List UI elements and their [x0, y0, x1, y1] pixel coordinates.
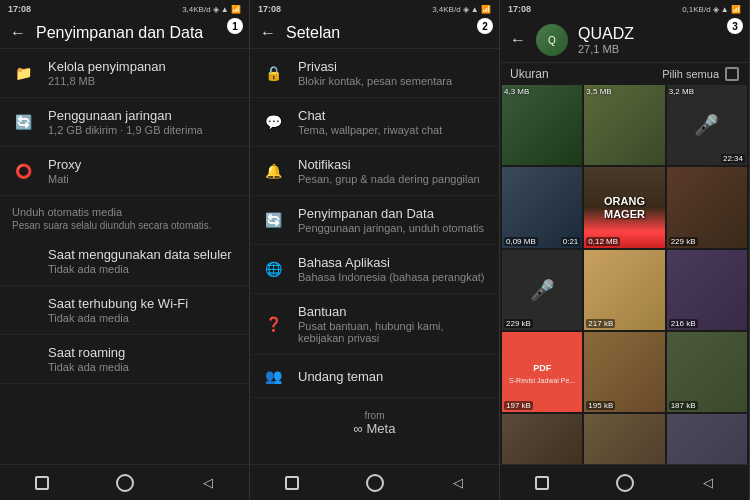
list-text-storage-data: Penyimpanan dan Data Penggunaan jaringan…: [298, 206, 487, 234]
media-item-8[interactable]: 217 kB: [584, 250, 664, 330]
list-subtitle-storage-data: Penggunaan jaringan, unduh otomatis: [298, 222, 487, 234]
lock-icon: 🔒: [262, 62, 284, 84]
status-icons-1: 3,4KB/d ◈ ▲ 📶: [182, 5, 241, 14]
avatar: Q: [536, 24, 568, 56]
list-item-notif[interactable]: 🔔 Notifikasi Pesan, grup & nada dering p…: [250, 147, 499, 196]
nav-back-3[interactable]: ◁: [696, 471, 720, 495]
media-item-5[interactable]: ORANGMAGER 0,12 MB: [584, 167, 664, 247]
media-size-12: 187 kB: [669, 401, 698, 410]
back-button-2[interactable]: ←: [260, 24, 276, 42]
time-1: 17:08: [8, 4, 31, 14]
bottom-nav-2: ◁: [250, 464, 499, 500]
media-size-2: 3,5 MB: [586, 87, 611, 96]
nav-square-3[interactable]: [530, 471, 554, 495]
mic-icon-3: 🎤: [694, 113, 719, 137]
media-item-1[interactable]: 4,3 MB: [502, 85, 582, 165]
back-button-1[interactable]: ←: [10, 24, 26, 42]
list-item-chat[interactable]: 💬 Chat Tema, wallpaper, riwayat chat: [250, 98, 499, 147]
media-item-7[interactable]: 🎤 229 kB: [502, 250, 582, 330]
status-bar-3: 17:08 0,1KB/d ◈ ▲ 📶: [500, 0, 749, 18]
header-2: ← Setelan 2: [250, 18, 499, 49]
duration-3: 22:34: [721, 154, 745, 163]
list-item-roaming[interactable]: Saat roaming Tidak ada media: [0, 335, 249, 384]
media-item-12[interactable]: 187 kB: [667, 332, 747, 412]
list-text-help: Bantuan Pusat bantuan, hubungi kami, keb…: [298, 304, 487, 344]
media-grid: 4,3 MB 3,5 MB 🎤 3,2 MB 22:34 0,09 MB 0:2…: [500, 85, 749, 464]
status-bar-2: 17:08 3,4KB/d ◈ ▲ 📶: [250, 0, 499, 18]
globe-icon: 🌐: [262, 258, 284, 280]
list-title-storage: Kelola penyimpanan: [48, 59, 237, 74]
from-meta: from ∞ Meta: [250, 398, 499, 440]
list-subtitle-notif: Pesan, grup & nada dering panggilan: [298, 173, 487, 185]
media-size-6: 229 kB: [669, 237, 698, 246]
list-title-wifi: Saat terhubung ke Wi-Fi: [48, 296, 237, 311]
list-title-help: Bantuan: [298, 304, 487, 319]
list-text-chat: Chat Tema, wallpaper, riwayat chat: [298, 108, 487, 136]
media-header: Ukuran Pilih semua: [500, 63, 749, 85]
list-item-network[interactable]: 🔄 Penggunaan jaringan 1,2 GB dikirim · 1…: [0, 98, 249, 147]
list-title-proxy: Proxy: [48, 157, 237, 172]
proxy-icon: ⭕: [12, 160, 34, 182]
media-item-10[interactable]: PDF S-Revisi Jadwal Pe... 197 kB: [502, 332, 582, 412]
mic-icon-7: 🎤: [530, 278, 555, 302]
status-icons-2: 3,4KB/d ◈ ▲ 📶: [432, 5, 491, 14]
profile-name: QUADZ: [578, 25, 634, 43]
nav-circle-3[interactable]: [613, 471, 637, 495]
media-item-4[interactable]: 0,09 MB 0:21: [502, 167, 582, 247]
header-3: ← Q QUADZ 27,1 MB 3: [500, 18, 749, 63]
media-item-13[interactable]: 186 kB: [502, 414, 582, 464]
list-item-privacy[interactable]: 🔒 Privasi Blokir kontak, pesan sementara: [250, 49, 499, 98]
header-1: ← Penyimpanan dan Data 1: [0, 18, 249, 49]
list-item-wifi[interactable]: Saat terhubung ke Wi-Fi Tidak ada media: [0, 286, 249, 335]
list-title-chat: Chat: [298, 108, 487, 123]
media-item-2[interactable]: 3,5 MB: [584, 85, 664, 165]
list-text-storage: Kelola penyimpanan 211,8 MB: [48, 59, 237, 87]
list-subtitle-storage: 211,8 MB: [48, 75, 237, 87]
list-title-storage-data: Penyimpanan dan Data: [298, 206, 487, 221]
list-item-help[interactable]: ❓ Bantuan Pusat bantuan, hubungi kami, k…: [250, 294, 499, 355]
select-all-area[interactable]: Pilih semua: [662, 67, 739, 81]
page-title-1: Penyimpanan dan Data: [36, 24, 203, 42]
content-1: 📁 Kelola penyimpanan 211,8 MB 🔄 Pengguna…: [0, 49, 249, 464]
nav-square-1[interactable]: [30, 471, 54, 495]
media-item-6[interactable]: 229 kB: [667, 167, 747, 247]
media-size-3: 3,2 MB: [669, 87, 694, 96]
nav-square-2[interactable]: [280, 471, 304, 495]
auto-download-label: Unduh otomatis media Pesan suara selalu …: [0, 196, 249, 235]
list-text-wifi: Saat terhubung ke Wi-Fi Tidak ada media: [12, 296, 237, 324]
list-item-storage[interactable]: 📁 Kelola penyimpanan 211,8 MB: [0, 49, 249, 98]
list-text-privacy: Privasi Blokir kontak, pesan sementara: [298, 59, 487, 87]
media-size-9: 216 kB: [669, 319, 698, 328]
list-item-mobile-data[interactable]: Saat menggunakan data seluler Tidak ada …: [0, 237, 249, 286]
list-text-language: Bahasa Aplikasi Bahasa Indonesia (bahasa…: [298, 255, 487, 283]
list-subtitle-network: 1,2 GB dikirim · 1,9 GB diterima: [48, 124, 237, 136]
duration-4: 0:21: [561, 237, 581, 246]
nav-circle-2[interactable]: [363, 471, 387, 495]
media-item-9[interactable]: 216 kB: [667, 250, 747, 330]
panel-storage: 17:08 3,4KB/d ◈ ▲ 📶 ← Penyimpanan dan Da…: [0, 0, 250, 500]
nav-back-2[interactable]: ◁: [446, 471, 470, 495]
list-item-invite[interactable]: 👥 Undang teman: [250, 355, 499, 398]
list-text-invite: Undang teman: [298, 369, 487, 384]
list-title-invite: Undang teman: [298, 369, 487, 384]
media-item-3[interactable]: 🎤 3,2 MB 22:34: [667, 85, 747, 165]
meta-logo: ∞ Meta: [250, 421, 499, 436]
list-item-language[interactable]: 🌐 Bahasa Aplikasi Bahasa Indonesia (baha…: [250, 245, 499, 294]
list-subtitle-roaming: Tidak ada media: [48, 361, 237, 373]
select-all-checkbox[interactable]: [725, 67, 739, 81]
media-item-15[interactable]: 174 kB: [667, 414, 747, 464]
bottom-nav-1: ◁: [0, 464, 249, 500]
media-item-11[interactable]: 195 kB: [584, 332, 664, 412]
media-size-5: 0,12 MB: [586, 237, 620, 246]
chat-icon: 💬: [262, 111, 284, 133]
panel-number-1: 1: [227, 18, 243, 34]
nav-back-1[interactable]: ◁: [196, 471, 220, 495]
list-item-proxy[interactable]: ⭕ Proxy Mati: [0, 147, 249, 196]
back-button-3[interactable]: ←: [510, 31, 526, 49]
list-title-network: Penggunaan jaringan: [48, 108, 237, 123]
list-title-privacy: Privasi: [298, 59, 487, 74]
list-title-notif: Notifikasi: [298, 157, 487, 172]
nav-circle-1[interactable]: [113, 471, 137, 495]
media-item-14[interactable]: 182 kB: [584, 414, 664, 464]
list-item-storage-data[interactable]: 🔄 Penyimpanan dan Data Penggunaan jaring…: [250, 196, 499, 245]
